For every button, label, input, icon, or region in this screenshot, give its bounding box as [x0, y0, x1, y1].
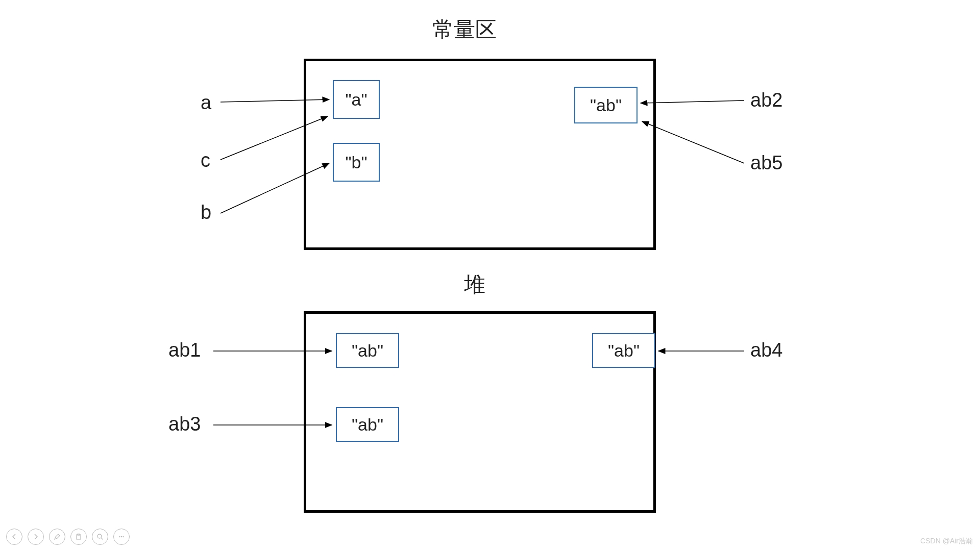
- prev-icon[interactable]: [6, 529, 22, 545]
- cell-const-b: "b": [333, 143, 380, 182]
- svg-line-3: [101, 538, 103, 540]
- svg-point-6: [122, 536, 124, 537]
- var-ab2: ab2: [750, 89, 782, 111]
- search-icon[interactable]: [92, 529, 108, 545]
- arrow-ab2: [641, 101, 744, 103]
- pen-icon[interactable]: [49, 529, 65, 545]
- bottom-toolbar: [6, 529, 130, 545]
- svg-point-4: [119, 536, 120, 537]
- more-icon[interactable]: [113, 529, 130, 545]
- var-ab4: ab4: [750, 339, 782, 361]
- cell-const-ab: "ab": [574, 87, 638, 123]
- clipboard-icon[interactable]: [70, 529, 87, 545]
- var-ab5: ab5: [750, 152, 782, 174]
- title-constant-pool: 常量区: [413, 15, 516, 44]
- cell-heap-ab-lb: "ab": [336, 407, 399, 442]
- cell-heap-ab-lt: "ab": [336, 333, 399, 368]
- var-b: b: [201, 202, 211, 223]
- var-ab3: ab3: [168, 413, 201, 435]
- next-icon[interactable]: [28, 529, 44, 545]
- var-c: c: [201, 149, 210, 171]
- svg-point-5: [121, 536, 122, 537]
- title-heap: 堆: [424, 270, 526, 299]
- var-ab1: ab1: [168, 339, 201, 361]
- var-a: a: [201, 92, 211, 114]
- cell-const-a: "a": [333, 80, 380, 119]
- svg-point-2: [97, 534, 102, 538]
- arrow-ab5: [642, 121, 744, 163]
- cell-heap-ab-rt: "ab": [592, 333, 655, 368]
- watermark: CSDN @Air浩瀚: [920, 537, 973, 546]
